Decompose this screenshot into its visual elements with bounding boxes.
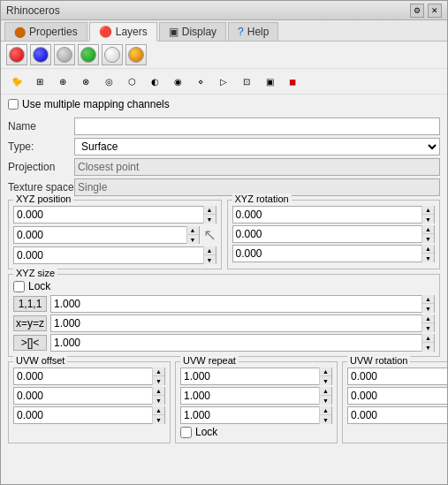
red-sq-btn[interactable]: ◼ [282,71,303,92]
sphere-btn[interactable]: ◉ [167,71,188,92]
size-z-down[interactable]: ▼ [422,343,434,352]
window-title: Rhinoceros [6,4,60,17]
uvw-offset-w-down[interactable]: ▼ [153,415,164,424]
size-y-down[interactable]: ▼ [422,323,434,332]
xyz-pos-x-up[interactable]: ▲ [204,206,216,215]
uvw-rot-w-input[interactable] [348,407,447,423]
uvw-repeat-v-input[interactable] [181,388,319,404]
uvw-offset-w-up[interactable]: ▲ [153,406,164,415]
circle-cross-btn[interactable]: ⊗ [75,71,96,92]
toolbar-white-btn[interactable] [102,44,123,65]
xyz-rot-y-input[interactable] [233,226,422,242]
size-z-up[interactable]: ▲ [422,334,434,343]
uvw-offset-v-up[interactable]: ▲ [153,387,164,396]
uvw-repeat-lock-checkbox[interactable] [180,427,192,438]
arrow-btn[interactable]: ▷ [213,71,234,92]
uvw-repeat-v-up[interactable]: ▲ [320,387,331,396]
toolbar-shape-btn[interactable] [54,44,75,65]
hex-btn[interactable]: ⬡ [121,71,142,92]
xyz-pos-y-input[interactable] [14,227,186,243]
toolbar-circle-btn[interactable] [6,44,27,65]
uvw-repeat-w-input[interactable] [181,407,319,423]
uvw-offset-u-up[interactable]: ▲ [153,368,164,376]
uvw-offset-row-1: ▲ ▼ [13,387,165,405]
xyz-pos-x-input[interactable] [14,207,203,223]
xyz-pos-y-down[interactable]: ▼ [187,235,199,244]
size-row-1: x=y=z ▲ ▼ [13,314,435,332]
grid-btn[interactable]: ⊞ [29,71,50,92]
xyz-pos-z-up[interactable]: ▲ [204,246,216,255]
uvw-repeat-u-up[interactable]: ▲ [320,368,331,376]
xyz-rot-z-down[interactable]: ▼ [422,254,434,262]
xyz-rot-y-up[interactable]: ▲ [422,225,434,234]
size-x-input[interactable] [51,296,421,312]
size-btn-xyz[interactable]: x=y=z [13,315,47,331]
bullseye-btn[interactable]: ◎ [98,71,119,92]
uvw-repeat-u-input[interactable] [181,368,319,384]
xyz-pos-z-input[interactable] [14,247,203,263]
xyz-pos-y-up[interactable]: ▲ [187,226,199,235]
size-z-input[interactable] [51,335,421,351]
xyz-rot-x-input[interactable] [233,207,422,223]
size-y-up[interactable]: ▲ [422,314,434,323]
uvw-offset-u-down[interactable]: ▼ [153,376,164,385]
type-row: Type: Surface Box Cylindrical Spherical … [8,138,440,155]
multi-channel-checkbox[interactable] [8,99,19,110]
duck-icon-btn[interactable]: 🐤 [6,71,27,92]
xyz-rot-z-up[interactable]: ▲ [422,245,434,254]
size-x-up[interactable]: ▲ [422,295,434,304]
toolbar-row-1 [1,42,447,69]
tab-help-label: Help [247,26,270,38]
xyz-rot-row-2: ▲ ▼ [232,245,436,262]
uvw-repeat-v-down[interactable]: ▼ [320,396,331,405]
uvw-offset-v-down[interactable]: ▼ [153,396,164,405]
uvw-repeat-w-down[interactable]: ▼ [320,415,331,424]
toolbar-pencil-btn[interactable] [30,44,51,65]
toolbar-orange-btn[interactable] [125,44,147,65]
xyz-rot-x-up[interactable]: ▲ [422,206,434,215]
xyz-rot-z-input[interactable] [233,246,422,261]
uvw-offset-v-input[interactable] [14,388,152,404]
uvw-rot-v-input[interactable] [348,388,447,404]
properties-icon: ⬤ [14,26,26,38]
name-input[interactable] [74,117,440,135]
size-btn-expand[interactable]: >[]< [13,335,47,351]
uvw-repeat-row-0: ▲ ▼ [180,368,332,385]
main-window: Rhinoceros ⚙ ✕ ⬤ Properties 🔴 Layers ▣ D… [0,0,448,485]
size-lock-checkbox[interactable] [13,281,25,292]
checkbox-row: Use multiple mapping channels [1,95,447,114]
type-select[interactable]: Surface Box Cylindrical Spherical Planar [74,138,440,155]
uvw-repeat-w-up[interactable]: ▲ [320,406,331,415]
box-btn[interactable]: ▣ [259,71,280,92]
uvw-offset-row-0: ▲ ▼ [13,368,165,385]
uvw-offset-u-input[interactable] [14,368,152,384]
uvw-rot-u-input[interactable] [348,368,447,384]
tab-properties[interactable]: ⬤ Properties [4,22,87,41]
xyz-pos-x-down[interactable]: ▼ [204,215,216,224]
toolbar-green-btn[interactable] [78,44,99,65]
diamond-btn[interactable]: ⋄ [190,71,211,92]
crosshair-btn[interactable]: ⊕ [52,71,73,92]
uvw-rot-row-2: ▲ ▼ [347,406,447,424]
uvw-rot-row-0: ▲ ▼ [347,368,447,385]
xyz-rot-x-down[interactable]: ▼ [422,215,434,224]
close-button[interactable]: ✕ [428,4,442,18]
half-circle-btn[interactable]: ◐ [144,71,165,92]
tab-display[interactable]: ▣ Display [159,22,226,41]
tab-help[interactable]: ? Help [228,22,278,41]
size-x-down[interactable]: ▼ [422,304,434,313]
uvw-repeat-u-down[interactable]: ▼ [320,376,331,385]
uvw-offset-w-input[interactable] [14,407,152,423]
uvw-rot-row-1: ▲ ▼ [347,387,447,405]
tab-layers[interactable]: 🔴 Layers [89,22,157,42]
xyz-rotation-group: XYZ rotation ▲ ▼ ▲ [227,200,441,269]
xyz-position-group: XYZ position ▲ ▼ ▲ [8,200,222,269]
settings-button[interactable]: ⚙ [410,4,424,18]
xyz-position-title: XYZ position [13,193,73,204]
size-y-input[interactable] [51,315,421,331]
grid-sm-btn[interactable]: ⊡ [236,71,257,92]
size-btn-111[interactable]: 1,1,1 [13,296,47,312]
xyz-rot-y-down[interactable]: ▼ [422,234,434,243]
projection-input[interactable] [74,158,440,176]
xyz-pos-z-down[interactable]: ▼ [204,255,216,264]
